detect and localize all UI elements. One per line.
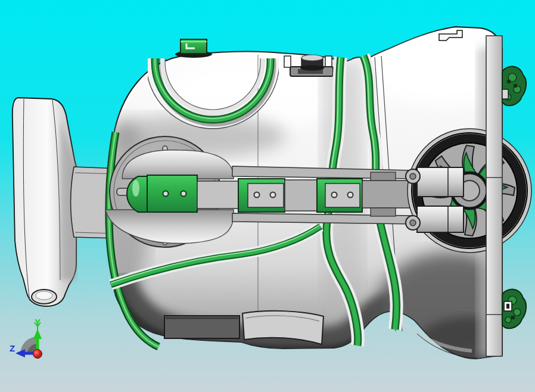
- clamp-boss-hole: [410, 173, 416, 179]
- block-hole: [270, 192, 276, 198]
- connector-tab: [371, 208, 396, 216]
- y-axis-label: Y: [35, 317, 41, 327]
- shaft-segment: [285, 180, 317, 211]
- bottom-recess-pocket: [164, 316, 239, 338]
- z-axis-label: Z: [10, 343, 15, 353]
- render-canvas[interactable]: Y Z: [0, 0, 535, 392]
- bracket-foot-recess-inner: [36, 291, 52, 300]
- cap-tab: [325, 56, 332, 67]
- block-hole: [254, 192, 260, 198]
- slab-face: [486, 36, 502, 356]
- block-hole: [181, 191, 186, 197]
- clamp-boss-hole: [410, 220, 416, 226]
- block-hole: [332, 192, 337, 198]
- breather-cap-top: [301, 55, 323, 61]
- mount-bracket: [13, 98, 76, 306]
- green-filler-cap: [175, 39, 212, 58]
- cylinder-cap-highlight: [132, 180, 139, 197]
- breather-cap-base: [300, 66, 324, 71]
- origin-ball: [33, 350, 42, 359]
- actuator-blocks: [127, 172, 419, 216]
- connector-tab: [371, 172, 396, 181]
- cap-tab: [284, 56, 291, 67]
- clamp-block-top: [417, 167, 464, 197]
- block-hole: [163, 191, 169, 197]
- cad-viewport[interactable]: Y Z: [0, 0, 535, 392]
- green-block: [147, 175, 197, 212]
- block-plate: [325, 183, 360, 207]
- block-plate: [248, 183, 284, 207]
- block-hole: [348, 192, 353, 198]
- right-end-slab: [486, 36, 502, 356]
- clamp-block-bottom: [417, 206, 464, 232]
- shaft-segment: [197, 181, 238, 209]
